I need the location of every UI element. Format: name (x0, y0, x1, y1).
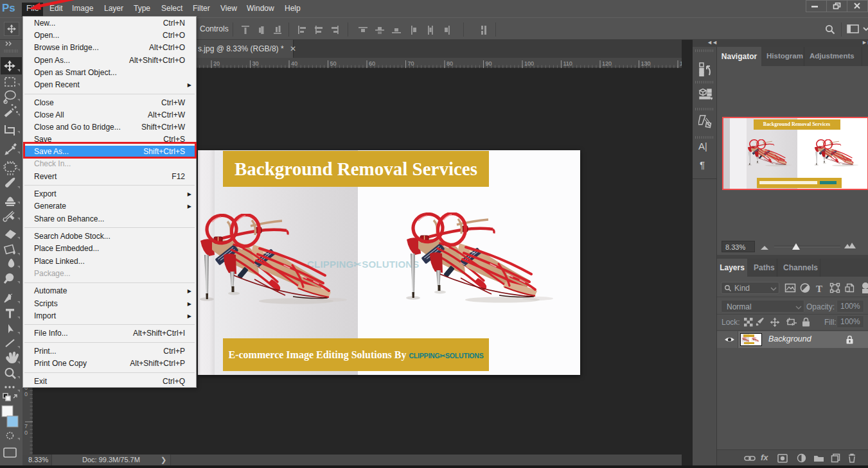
svg-text:50: 50 (330, 60, 337, 67)
svg-text:80: 80 (447, 60, 453, 67)
svg-text:140: 140 (680, 60, 682, 67)
svg-text:100: 100 (524, 60, 534, 67)
svg-text:20: 20 (213, 60, 220, 67)
svg-text:T: T (816, 284, 822, 294)
svg-text:110: 110 (563, 60, 572, 67)
svg-text:60: 60 (369, 60, 375, 67)
svg-text:30: 30 (252, 60, 259, 67)
svg-text:40: 40 (291, 60, 297, 67)
svg-text:0: 0 (24, 429, 28, 436)
svg-text:70: 70 (408, 60, 414, 67)
svg-text:0: 0 (24, 391, 28, 397)
svg-text:120: 120 (602, 60, 612, 67)
svg-text:7: 7 (24, 423, 28, 429)
svg-text:130: 130 (641, 60, 651, 67)
svg-text:90: 90 (486, 60, 492, 67)
